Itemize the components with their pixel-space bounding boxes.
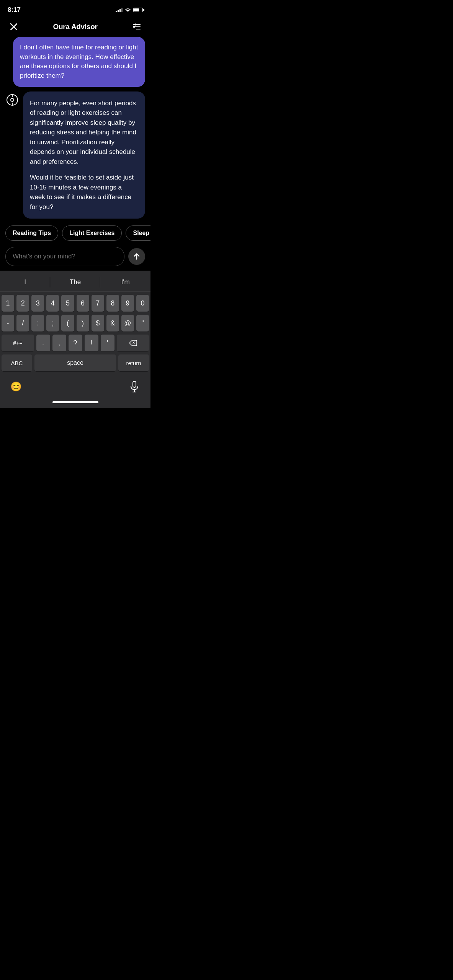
keyboard-bottom-bar: 😊	[0, 374, 150, 398]
ai-bubble: For many people, even short periods of r…	[23, 91, 145, 219]
key-period[interactable]: .	[36, 335, 50, 351]
mic-key[interactable]	[126, 378, 143, 395]
key-3[interactable]: 3	[31, 295, 44, 312]
predictive-word-1[interactable]: I	[0, 277, 50, 287]
status-icons	[116, 8, 143, 12]
chip-reading-tips[interactable]: Reading Tips	[5, 225, 58, 241]
send-button[interactable]	[128, 248, 145, 265]
key-8[interactable]: 8	[106, 295, 119, 312]
status-time: 8:17	[8, 6, 21, 14]
key-minus[interactable]: -	[2, 315, 14, 332]
key-apostrophe[interactable]: '	[101, 335, 114, 351]
chip-sleep-improvements[interactable]: Sleep Improvements	[126, 225, 150, 241]
keyboard-row-bottom: ABC space return	[2, 354, 149, 371]
key-semicolon[interactable]: ;	[46, 315, 59, 332]
key-1[interactable]: 1	[2, 295, 14, 312]
key-2[interactable]: 2	[16, 295, 29, 312]
svg-point-6	[135, 24, 137, 26]
chat-area: I don't often have time for reading or l…	[0, 37, 150, 222]
ai-message: For many people, even short periods of r…	[5, 91, 145, 219]
chat-input[interactable]	[5, 247, 124, 266]
input-area	[0, 244, 150, 271]
key-quote[interactable]: "	[136, 315, 149, 332]
keyboard-row-misc: #+= . , ? ! '	[2, 335, 149, 351]
user-message-text: I don't often have time for reading or l…	[20, 44, 138, 79]
key-9[interactable]: 9	[121, 295, 134, 312]
key-close-paren[interactable]: )	[77, 315, 89, 332]
svg-rect-11	[133, 381, 136, 387]
home-indicator	[0, 398, 150, 408]
key-5[interactable]: 5	[61, 295, 74, 312]
key-abc[interactable]: ABC	[2, 354, 32, 371]
key-hashtag[interactable]: #+=	[2, 335, 34, 351]
settings-button[interactable]	[131, 21, 143, 33]
keyboard-row-numbers: 1 2 3 4 5 6 7 8 9 0	[2, 295, 149, 312]
key-4[interactable]: 4	[46, 295, 59, 312]
emoji-key[interactable]: 😊	[8, 378, 25, 395]
svg-point-10	[11, 98, 14, 101]
predictive-word-3[interactable]: I'm	[100, 277, 150, 287]
key-0[interactable]: 0	[136, 295, 149, 312]
signal-icon	[116, 8, 123, 12]
battery-icon	[133, 8, 143, 12]
key-colon[interactable]: :	[31, 315, 44, 332]
wifi-icon	[125, 8, 131, 12]
chip-light-exercises[interactable]: Light Exercises	[62, 225, 122, 241]
key-rows: 1 2 3 4 5 6 7 8 9 0 - / : ; ( ) $ & @ " …	[0, 292, 150, 371]
key-ampersand[interactable]: &	[106, 315, 119, 332]
predictive-bar: I The I'm	[0, 274, 150, 292]
close-button[interactable]	[8, 21, 20, 33]
suggestion-chips: Reading Tips Light Exercises Sleep Impro…	[0, 222, 150, 244]
ai-paragraph-1: For many people, even short periods of r…	[30, 98, 138, 167]
key-space[interactable]: space	[34, 354, 116, 371]
user-message-bubble: I don't often have time for reading or l…	[13, 37, 145, 87]
key-at[interactable]: @	[121, 315, 134, 332]
key-question[interactable]: ?	[69, 335, 82, 351]
key-dollar[interactable]: $	[92, 315, 104, 332]
key-return[interactable]: return	[118, 354, 149, 371]
status-bar: 8:17	[0, 0, 150, 17]
keyboard-row-symbols: - / : ; ( ) $ & @ "	[2, 315, 149, 332]
key-open-paren[interactable]: (	[61, 315, 74, 332]
backspace-key[interactable]	[117, 335, 149, 351]
keyboard: I The I'm 1 2 3 4 5 6 7 8 9 0 - / : ; ( …	[0, 271, 150, 408]
page-title: Oura Advisor	[53, 23, 97, 31]
ai-paragraph-2: Would it be feasible to set aside just 1…	[30, 173, 138, 212]
key-comma[interactable]: ,	[52, 335, 66, 351]
svg-point-5	[133, 26, 135, 28]
key-slash[interactable]: /	[16, 315, 29, 332]
predictive-word-2[interactable]: The	[50, 277, 100, 287]
home-bar	[52, 401, 98, 403]
ai-avatar	[5, 93, 19, 107]
key-7[interactable]: 7	[92, 295, 104, 312]
key-6[interactable]: 6	[77, 295, 89, 312]
key-exclamation[interactable]: !	[85, 335, 98, 351]
header: Oura Advisor	[0, 17, 150, 37]
